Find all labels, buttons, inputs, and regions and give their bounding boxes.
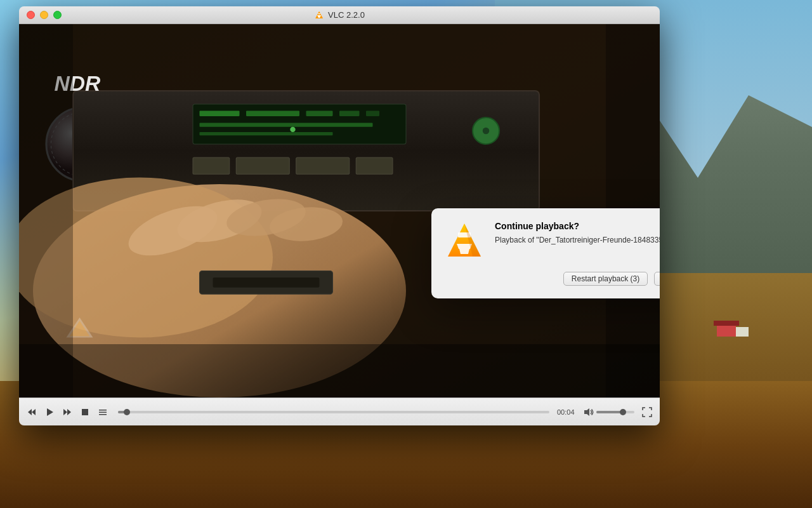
stop-button[interactable]: [77, 404, 93, 420]
progress-thumb: [124, 409, 130, 415]
fullscreen-button[interactable]: [639, 404, 655, 420]
dialog-vlc-icon: [444, 221, 485, 262]
controls-bar: 00:04: [19, 398, 660, 425]
playlist-button[interactable]: [95, 404, 110, 420]
restart-playback-button[interactable]: Restart playback (3): [563, 272, 648, 286]
window-title: VLC 2.2.0: [328, 10, 365, 20]
fullscreen-icon: [642, 407, 652, 417]
rewind-icon: [27, 408, 36, 417]
video-frame: NDR: [19, 24, 660, 398]
svg-rect-10: [318, 13, 320, 15]
progress-bar[interactable]: [118, 411, 549, 413]
continue-playback-dialog: Continue playback? Playback of "Der_Tato…: [431, 208, 660, 298]
dialog-title: Continue playback?: [495, 221, 660, 231]
svg-rect-55: [82, 409, 88, 415]
svg-marker-52: [47, 408, 53, 416]
svg-marker-50: [28, 409, 32, 415]
volume-control: [584, 408, 634, 417]
video-area[interactable]: NDR: [19, 24, 660, 398]
time-display: 00:04: [557, 408, 581, 416]
volume-bar[interactable]: [596, 411, 634, 413]
title-bar: VLC 2.2.0: [19, 6, 660, 24]
volume-fill: [596, 411, 623, 413]
play-icon: [45, 408, 54, 417]
svg-marker-59: [584, 408, 589, 416]
vlc-title-icon: [314, 10, 324, 20]
svg-rect-5: [736, 327, 749, 337]
dialog-buttons: Restart playback (3) Always continue Con…: [444, 272, 660, 286]
window-title-area: VLC 2.2.0: [314, 10, 365, 20]
svg-rect-58: [99, 414, 107, 415]
dialog-message: Playback of "Der_Tatortreiniger-Freunde-…: [495, 235, 660, 246]
always-continue-button[interactable]: Always continue: [654, 272, 660, 286]
svg-marker-53: [63, 409, 67, 415]
svg-marker-51: [32, 409, 36, 415]
maximize-button[interactable]: [53, 11, 62, 19]
svg-marker-54: [67, 409, 71, 415]
fast-forward-button[interactable]: [60, 404, 75, 420]
rewind-button[interactable]: [24, 404, 39, 420]
traffic-lights: [27, 11, 62, 19]
minimize-button[interactable]: [40, 11, 48, 19]
play-pause-button[interactable]: [42, 404, 57, 420]
vlc-window: VLC 2.2.0: [19, 6, 660, 425]
svg-marker-47: [459, 249, 469, 254]
playlist-icon: [98, 408, 107, 417]
svg-marker-8: [317, 15, 321, 17]
desktop: VLC 2.2.0: [0, 0, 812, 508]
svg-rect-57: [99, 411, 107, 413]
dialog-overlay: Continue playback? Playback of "Der_Tato…: [19, 24, 660, 398]
svg-rect-56: [99, 410, 107, 411]
volume-icon: [584, 408, 594, 417]
svg-rect-4: [714, 321, 739, 326]
fast-forward-icon: [63, 408, 72, 417]
volume-thumb: [620, 409, 626, 415]
dialog-text-area: Continue playback? Playback of "Der_Tato…: [495, 221, 660, 246]
stop-icon: [81, 408, 89, 417]
dialog-content: Continue playback? Playback of "Der_Tato…: [444, 221, 660, 262]
close-button[interactable]: [27, 11, 35, 19]
